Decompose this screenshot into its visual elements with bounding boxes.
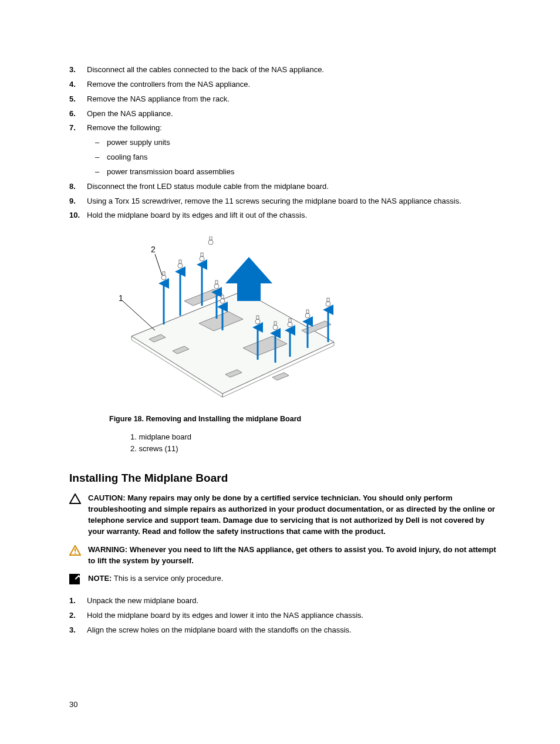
svg-point-42 <box>326 302 330 306</box>
step-text: Remove the controllers from the NAS appl… <box>87 79 501 90</box>
step-6: 6. Open the NAS appliance. <box>69 109 501 120</box>
step-7: 7. Remove the following: – power supply … <box>69 123 501 177</box>
caution-icon <box>69 493 88 506</box>
svg-rect-43 <box>327 298 329 302</box>
svg-point-24 <box>178 263 183 268</box>
svg-rect-33 <box>221 295 224 299</box>
midplane-diagram: 1 2 <box>96 236 343 407</box>
svg-point-22 <box>161 275 166 280</box>
step-text: Disconnect all the cables connected to t… <box>87 65 501 76</box>
sub-item: – power transmission board assemblies <box>95 167 501 178</box>
dash-icon: – <box>95 167 107 178</box>
svg-point-26 <box>200 256 204 261</box>
warning-notice: WARNING: Whenever you need to lift the N… <box>69 545 501 567</box>
step-number: 3. <box>69 625 87 636</box>
svg-marker-46 <box>70 494 80 503</box>
legend-item-2: 2. screws (11) <box>130 443 501 455</box>
sub-item: – power supply units <box>95 137 501 148</box>
note-notice: NOTE: This is a service only procedure. <box>69 573 501 586</box>
step-number: 10. <box>69 210 87 221</box>
figure-caption: Figure 18. Removing and Installing the m… <box>109 415 501 423</box>
step-number: 4. <box>69 79 87 90</box>
step-5: 5. Remove the NAS appliance from the rac… <box>69 94 501 105</box>
svg-point-38 <box>288 322 292 327</box>
svg-point-32 <box>220 299 225 303</box>
step-text: Remove the following: <box>87 123 501 134</box>
step-3: 3. Disconnect all the cables connected t… <box>69 65 501 76</box>
svg-rect-23 <box>163 272 165 275</box>
svg-rect-27 <box>201 253 203 256</box>
legend-item-1: 1. midplane board <box>130 431 501 443</box>
step-4: 4. Remove the controllers from the NAS a… <box>69 79 501 90</box>
step-number: 7. <box>69 123 87 134</box>
page: 3. Disconnect all the cables connected t… <box>0 0 560 744</box>
section-heading: Installing The Midplane Board <box>69 472 501 485</box>
warning-label: WARNING: <box>88 545 127 554</box>
svg-line-44 <box>123 301 155 330</box>
svg-point-36 <box>273 325 278 330</box>
svg-rect-39 <box>289 319 291 322</box>
svg-marker-11 <box>225 257 272 301</box>
svg-point-28 <box>208 240 213 245</box>
svg-rect-31 <box>215 280 218 284</box>
step-text: Disconnect the front LED status module c… <box>87 181 501 192</box>
svg-point-34 <box>255 319 260 324</box>
step-number: 6. <box>69 109 87 120</box>
note-text: This is a service only procedure. <box>112 574 223 583</box>
note-icon <box>69 573 88 586</box>
step-7-sublist: – power supply units – cooling fans – po… <box>69 137 501 178</box>
step-number: 9. <box>69 196 87 207</box>
caution-label: CAUTION: <box>88 493 126 502</box>
caution-text: Many repairs may only be done by a certi… <box>88 493 495 536</box>
steps-list-top: 3. Disconnect all the cables connected t… <box>69 65 501 221</box>
step-text: Align the screw holes on the midplane bo… <box>87 625 501 636</box>
warning-body: WARNING: Whenever you need to lift the N… <box>88 545 501 567</box>
dash-icon: – <box>95 137 107 148</box>
step-b1: 1. Unpack the new midplane board. <box>69 596 501 607</box>
svg-point-30 <box>214 284 219 289</box>
svg-point-49 <box>75 552 76 553</box>
step-number: 1. <box>69 596 87 607</box>
page-number: 30 <box>69 700 77 709</box>
note-label: NOTE: <box>88 574 112 583</box>
svg-rect-25 <box>179 260 181 263</box>
caution-notice: CAUTION: Many repairs may only be done b… <box>69 493 501 537</box>
sub-text: power transmission board assemblies <box>107 167 234 178</box>
step-text: Hold the midplane board by its edges and… <box>87 610 501 621</box>
dash-icon: – <box>95 152 107 163</box>
sub-text: power supply units <box>107 137 170 148</box>
step-b2: 2. Hold the midplane board by its edges … <box>69 610 501 621</box>
figure-legend: 1. midplane board 2. screws (11) <box>130 431 501 454</box>
figure-18: 1 2 Figure 18. Removing and Installing t… <box>96 236 501 454</box>
step-text: Hold the midplane board by its edges and… <box>87 210 501 221</box>
svg-marker-10 <box>272 373 289 380</box>
svg-point-40 <box>305 313 310 318</box>
callout-1: 1 <box>119 293 123 303</box>
svg-line-45 <box>155 254 162 275</box>
step-number: 5. <box>69 94 87 105</box>
callout-2: 2 <box>151 245 156 254</box>
step-text: Remove the NAS appliance from the rack. <box>87 94 501 105</box>
sub-item: – cooling fans <box>95 152 501 163</box>
step-text: Open the NAS appliance. <box>87 109 501 120</box>
svg-rect-37 <box>274 322 276 325</box>
warning-icon <box>69 545 88 557</box>
step-text: Using a Torx 15 screwdriver, remove the … <box>87 196 501 207</box>
svg-marker-0 <box>131 291 334 394</box>
svg-rect-41 <box>306 310 309 313</box>
step-number: 8. <box>69 181 87 192</box>
step-number: 3. <box>69 65 87 76</box>
warning-text: Whenever you need to lift the NAS applia… <box>88 545 496 565</box>
step-text: Unpack the new midplane board. <box>87 596 501 607</box>
steps-list-bottom: 1. Unpack the new midplane board. 2. Hol… <box>69 596 501 636</box>
caution-body: CAUTION: Many repairs may only be done b… <box>88 493 501 537</box>
sub-text: cooling fans <box>107 152 147 163</box>
note-body: NOTE: This is a service only procedure. <box>88 573 501 584</box>
step-9: 9. Using a Torx 15 screwdriver, remove t… <box>69 196 501 207</box>
step-b3: 3. Align the screw holes on the midplane… <box>69 625 501 636</box>
svg-rect-29 <box>210 236 212 240</box>
step-number: 2. <box>69 610 87 621</box>
step-8: 8. Disconnect the front LED status modul… <box>69 181 501 192</box>
svg-rect-35 <box>257 316 259 319</box>
step-10: 10. Hold the midplane board by its edges… <box>69 210 501 221</box>
